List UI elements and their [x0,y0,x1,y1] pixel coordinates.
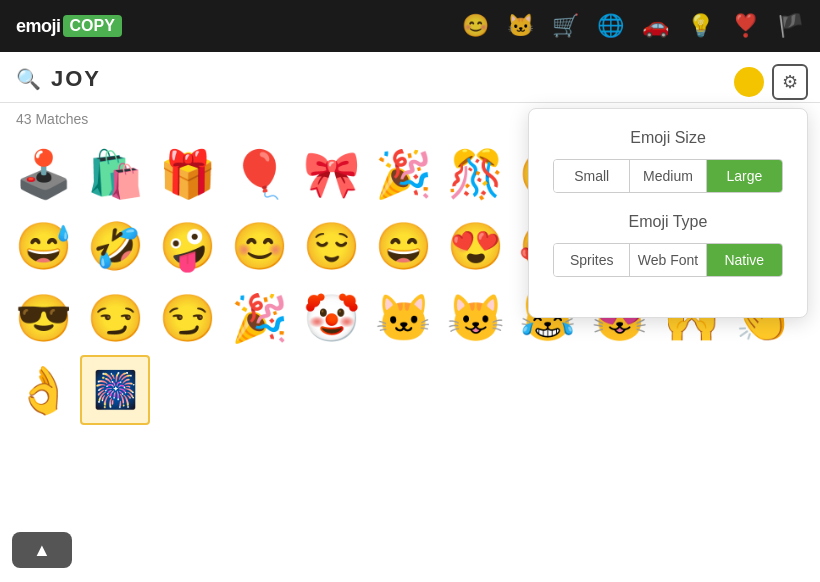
results-count: 43 Matches [16,111,88,127]
nav-icons: 😊 🐱 🛒 🌐 🚗 💡 ❣️ 🏴 [462,13,804,39]
scroll-top-icon: ▲ [33,540,51,561]
list-item[interactable]: 🎊 [440,139,510,209]
list-item[interactable]: 😏 [152,283,222,353]
type-webfont-button[interactable]: Web Font [630,244,706,276]
list-item[interactable]: 🤣 [80,211,150,281]
logo-copy-text: COPY [63,15,122,37]
list-item[interactable]: 😄 [368,211,438,281]
search-bar: 🔍 [0,52,820,103]
search-icon: 🔍 [16,67,41,91]
bulb-icon[interactable]: 💡 [687,13,714,39]
size-section-title: Emoji Size [553,129,783,147]
list-item[interactable]: 👌 [8,355,78,425]
size-small-button[interactable]: Small [554,160,630,192]
heart-exclaim-icon[interactable]: ❣️ [732,13,759,39]
flag-icon[interactable]: 🏴 [777,13,804,39]
header: emoji COPY 😊 🐱 🛒 🌐 🚗 💡 ❣️ 🏴 [0,0,820,52]
size-medium-button[interactable]: Medium [630,160,706,192]
list-item[interactable]: 🎈 [224,139,294,209]
type-section-title: Emoji Type [553,213,783,231]
list-item[interactable]: 🎀 [296,139,366,209]
logo: emoji COPY [16,15,122,37]
list-item[interactable]: 😅 [8,211,78,281]
car-icon[interactable]: 🚗 [642,13,669,39]
size-large-button[interactable]: Large [707,160,782,192]
list-item[interactable]: 🤪 [152,211,222,281]
cat-icon[interactable]: 🐱 [507,13,534,39]
cart-icon[interactable]: 🛒 [552,13,579,39]
scroll-top-button[interactable]: ▲ [12,532,72,568]
list-item[interactable]: 🎉 [224,283,294,353]
size-button-group: Small Medium Large [553,159,783,193]
list-item[interactable]: 🤡 [296,283,366,353]
globe-icon[interactable]: 🌐 [597,13,624,39]
list-item[interactable]: 🎉 [368,139,438,209]
list-item[interactable]: 🛍️ [80,139,150,209]
list-item[interactable]: 🎁 [152,139,222,209]
list-item[interactable]: 😎 [8,283,78,353]
controls-right: ⚙ [734,64,808,100]
search-input[interactable] [51,66,804,92]
type-native-button[interactable]: Native [707,244,782,276]
list-item[interactable]: 🎆 [80,355,150,425]
type-sprites-button[interactable]: Sprites [554,244,630,276]
list-item[interactable]: 😍 [440,211,510,281]
list-item[interactable]: 😊 [224,211,294,281]
settings-panel: Emoji Size Small Medium Large Emoji Type… [528,108,808,318]
list-item[interactable]: 😏 [80,283,150,353]
logo-emoji-text: emoji [16,16,61,37]
settings-button[interactable]: ⚙ [772,64,808,100]
list-item[interactable]: 🐱 [368,283,438,353]
type-button-group: Sprites Web Font Native [553,243,783,277]
list-item[interactable]: 😺 [440,283,510,353]
smiley-icon[interactable]: 😊 [462,13,489,39]
color-swatch[interactable] [734,67,764,97]
list-item[interactable]: 🕹️ [8,139,78,209]
list-item[interactable]: 😌 [296,211,366,281]
